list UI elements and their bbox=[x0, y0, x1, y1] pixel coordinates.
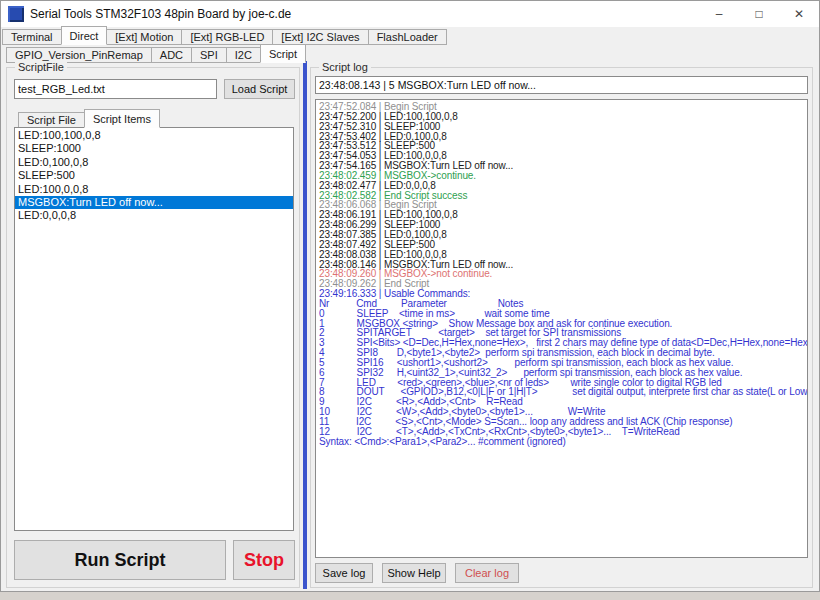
main-tab[interactable]: [Ext] RGB-LED bbox=[181, 29, 273, 45]
script-item-row[interactable]: MSGBOX:Turn LED off now... bbox=[15, 196, 293, 209]
close-button[interactable]: ✕ bbox=[779, 1, 819, 27]
app-icon bbox=[8, 6, 24, 22]
sub-tab[interactable]: I2C bbox=[226, 47, 261, 63]
panel-splitter[interactable] bbox=[303, 61, 307, 589]
scriptfile-group: ScriptFile Load Script Script FileScript… bbox=[6, 67, 300, 588]
show-help-button[interactable]: Show Help bbox=[382, 563, 446, 583]
script-log-group: Script log 23:47:52.084 | Begin Script23… bbox=[310, 67, 813, 588]
titlebar[interactable]: Serial Tools STM32F103 48pin Board by jo… bbox=[1, 1, 819, 27]
script-view-tab[interactable]: Script File bbox=[18, 112, 85, 128]
sub-tab[interactable]: ADC bbox=[151, 47, 192, 63]
script-item-row[interactable]: LED:0,100,0,8 bbox=[15, 156, 293, 169]
main-tab[interactable]: [Ext] I2C Slaves bbox=[272, 29, 368, 45]
sub-tab[interactable]: Script bbox=[260, 44, 306, 63]
clear-log-button[interactable]: Clear log bbox=[455, 563, 519, 583]
script-items-list[interactable]: LED:100,100,0,8SLEEP:1000LED:0,100,0,8SL… bbox=[14, 127, 294, 531]
current-command-field[interactable] bbox=[315, 76, 808, 94]
window-title: Serial Tools STM32F103 48pin Board by jo… bbox=[30, 7, 699, 21]
minimize-button[interactable]: – bbox=[699, 1, 739, 27]
script-item-row[interactable]: LED:100,0,0,8 bbox=[15, 183, 293, 196]
app-window: Serial Tools STM32F103 48pin Board by jo… bbox=[0, 0, 820, 592]
sub-tab[interactable]: SPI bbox=[191, 47, 227, 63]
stop-button[interactable]: Stop bbox=[233, 540, 295, 580]
script-view-tab[interactable]: Script Items bbox=[84, 109, 160, 128]
main-tab[interactable]: Terminal bbox=[2, 29, 62, 45]
main-tab-bar: TerminalDirect[Ext] Motion[Ext] RGB-LED[… bbox=[2, 28, 446, 45]
save-log-button[interactable]: Save log bbox=[315, 563, 373, 583]
main-tab[interactable]: Direct bbox=[61, 26, 108, 45]
script-view-tab-bar: Script FileScript Items bbox=[18, 111, 159, 128]
script-item-row[interactable]: SLEEP:1000 bbox=[15, 142, 293, 155]
main-tab[interactable]: FlashLoader bbox=[368, 29, 447, 45]
script-item-row[interactable]: LED:100,100,0,8 bbox=[15, 129, 293, 142]
script-item-row[interactable]: SLEEP:500 bbox=[15, 169, 293, 182]
scriptfile-group-label: ScriptFile bbox=[15, 61, 67, 73]
log-button-bar: Save log Show Help Clear log bbox=[315, 563, 519, 583]
main-tab[interactable]: [Ext] Motion bbox=[106, 29, 182, 45]
script-file-input[interactable] bbox=[14, 79, 217, 99]
script-log-group-label: Script log bbox=[319, 61, 371, 73]
window-bottom-edge bbox=[0, 592, 820, 600]
log-line: Syntax: <Cmd>:<Para1>,<Para2>... #commen… bbox=[319, 437, 807, 447]
script-log-output[interactable]: 23:47:52.084 | Begin Script23:47:52.200 … bbox=[315, 99, 808, 558]
script-item-row[interactable]: LED:0,0,0,8 bbox=[15, 209, 293, 222]
maximize-button[interactable]: □ bbox=[739, 1, 779, 27]
load-script-button[interactable]: Load Script bbox=[224, 79, 295, 99]
run-script-button[interactable]: Run Script bbox=[14, 540, 226, 580]
